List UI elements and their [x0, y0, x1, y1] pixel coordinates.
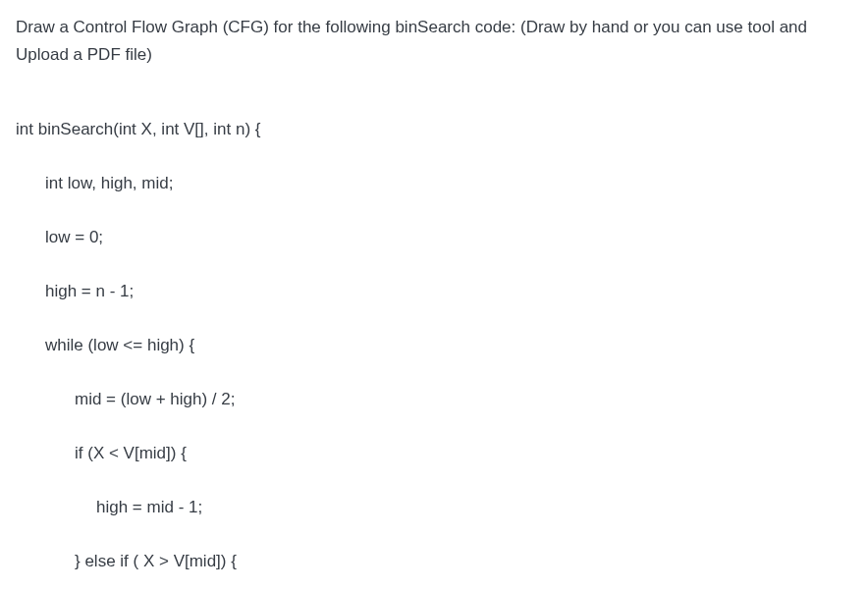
code-line: } else if ( X > V[mid]) {: [16, 548, 852, 575]
code-line: high = mid - 1;: [16, 494, 852, 521]
code-line: while (low <= high) {: [16, 332, 852, 359]
code-block: int binSearch(int X, int V[], int n) { i…: [16, 88, 852, 591]
code-line: int binSearch(int X, int V[], int n) {: [16, 116, 852, 143]
instruction-text: Draw a Control Flow Graph (CFG) for the …: [16, 14, 852, 69]
code-line: if (X < V[mid]) {: [16, 440, 852, 467]
code-line: int low, high, mid;: [16, 170, 852, 197]
code-line: low = 0;: [16, 224, 852, 251]
code-line: mid = (low + high) / 2;: [16, 386, 852, 413]
code-line: high = n - 1;: [16, 278, 852, 305]
